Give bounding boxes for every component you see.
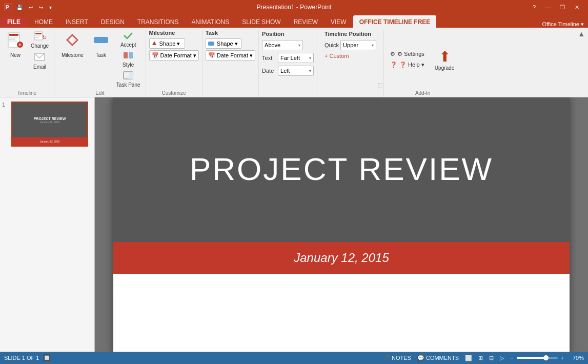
email-button[interactable]: Email (29, 51, 51, 71)
task-dateformat-dropdown[interactable]: 📅 Date Format ▾ (206, 50, 255, 60)
milestone-section-title: Milestone (149, 30, 175, 36)
custom-row: + Custom (325, 52, 349, 59)
new-button-label: New (10, 52, 21, 58)
slide-thumbnail[interactable]: PROJECT REVIEW January 12, 2015 January … (11, 102, 88, 147)
minimize-btn[interactable]: — (541, 0, 555, 14)
position-above-dropdown[interactable]: Above ▾ (262, 40, 303, 50)
milestone-dateformat-dropdown[interactable]: 📅 Date Format ▾ (149, 50, 199, 60)
ribbon-group-milestone-customize: Milestone Shape ▾ 📅 Date Format ▾ Custom… (146, 30, 202, 97)
accessibility-icon[interactable]: 🔲 (43, 354, 51, 361)
quick-save-btn[interactable]: 💾 (14, 4, 25, 11)
zoom-track[interactable] (517, 357, 558, 359)
email-button-label: Email (33, 64, 46, 70)
thumb-title: PROJECT REVIEW (34, 117, 66, 120)
tab-transitions[interactable]: TRANSITIONS (131, 16, 185, 28)
slide-top-area: PROJECT REVIEW (113, 97, 570, 242)
tab-design[interactable]: DESIGN (95, 16, 131, 28)
svg-text:↻: ↻ (42, 34, 46, 41)
milestone-shape-dropdown[interactable]: Shape ▾ (149, 38, 185, 49)
custom-button[interactable]: + Custom (325, 53, 349, 59)
more-qat-btn[interactable]: ▾ (47, 4, 54, 11)
milestone-button[interactable]: Milestone (57, 30, 88, 60)
edit-group-label: Edit (57, 89, 143, 97)
tab-office-timeline[interactable]: OFFICE TIMELINE FREE (353, 15, 437, 28)
slide-panel: 1 PROJECT REVIEW January 12, 2015 Januar… (0, 97, 95, 352)
title-bar-right: ? — ❐ ✕ (530, 0, 584, 14)
notes-button[interactable]: 🎵 NOTES (381, 355, 413, 361)
milestone-shape-label: Shape ▾ (152, 41, 180, 47)
zoom-out-btn[interactable]: − (509, 355, 515, 361)
svg-rect-17 (94, 37, 108, 43)
customize-label: Customize (149, 89, 199, 97)
accept-button[interactable]: Accept (114, 30, 143, 49)
quick-upper-dropdown[interactable]: Upper ▾ (340, 40, 376, 50)
view-reading-btn[interactable]: ⊟ (488, 355, 495, 361)
milestone-button-label: Milestone (62, 52, 84, 58)
slide-canvas[interactable]: PROJECT REVIEW January 12, 2015 (113, 97, 570, 352)
zoom-fill (517, 357, 545, 359)
status-bar: SLIDE 1 OF 1 🔲 🎵 NOTES 💬 COMMENTS ⬜ ⊞ ⊟ … (0, 352, 588, 364)
settings-icon: ⚙ (390, 51, 395, 57)
thumb-content: PROJECT REVIEW January 12, 2015 (34, 117, 66, 124)
redo-btn[interactable]: ↪ (37, 4, 45, 11)
slide-main-title: PROJECT REVIEW (190, 151, 493, 187)
style-button-label: Style (123, 62, 134, 68)
tab-home[interactable]: HOME (28, 16, 59, 28)
zoom-slider[interactable]: − + (509, 355, 565, 361)
help-btn[interactable]: ? (530, 3, 539, 11)
ribbon-group-position: Position Above ▾ Text Far Left ▾ Date Le… (259, 30, 317, 97)
position-date-row: Date Left ▾ (262, 65, 314, 76)
view-slide-btn[interactable]: ⊞ (477, 355, 484, 361)
tab-view[interactable]: VIEW (325, 16, 353, 28)
ribbon-group-timeline: + New ↻ Change (0, 30, 54, 97)
customize-collapse-btn[interactable]: ⬚ (378, 82, 382, 88)
task-pane-button[interactable]: Task Pane (114, 70, 143, 89)
context-tab-label[interactable]: Office Timeline ▾ (542, 21, 584, 28)
ribbon-group-edit: Milestone Task Accept (54, 30, 146, 97)
task-button[interactable]: Task (89, 30, 113, 60)
tab-slideshow[interactable]: SLIDE SHOW (236, 16, 287, 28)
svg-rect-3 (9, 34, 18, 36)
settings-button[interactable]: ⚙ ⚙ Settings (387, 50, 428, 58)
tab-file[interactable]: FILE (0, 16, 28, 28)
new-button[interactable]: + New (3, 30, 28, 60)
email-icon (34, 52, 46, 64)
position-text-dropdown[interactable]: Far Left ▾ (278, 53, 314, 63)
app-icon: P (4, 3, 12, 11)
position-date-dropdown[interactable]: Left ▾ (278, 66, 314, 76)
tab-insert[interactable]: INSERT (59, 16, 94, 28)
close-btn[interactable]: ✕ (570, 0, 584, 14)
tab-animations[interactable]: ANIMATIONS (185, 16, 235, 28)
slide-canvas-area[interactable]: PROJECT REVIEW January 12, 2015 (95, 97, 588, 352)
milestone-icon (64, 32, 80, 51)
style-button[interactable]: Style (114, 50, 143, 69)
help-button[interactable]: ❓ ❓ Help ▾ (387, 60, 428, 69)
new-icon: + (7, 32, 24, 51)
ribbon-tabs: FILE HOME INSERT DESIGN TRANSITIONS ANIM… (0, 14, 588, 28)
tab-review[interactable]: REVIEW (288, 16, 324, 28)
accept-icon (123, 31, 134, 42)
view-slideshow-btn[interactable]: ▷ (498, 355, 505, 361)
task-shape-dropdown[interactable]: Shape ▾ (206, 38, 241, 49)
view-normal-btn[interactable]: ⬜ (463, 355, 474, 361)
timeline-group-label: Timeline (3, 89, 51, 97)
zoom-percent[interactable]: 70% (569, 355, 584, 361)
change-button[interactable]: ↻ Change (29, 30, 51, 50)
zoom-in-btn[interactable]: + (559, 355, 565, 361)
quick-upper-row: Quick Upper ▾ (325, 39, 376, 51)
ribbon-group-timeline-position: Timeline Position Quick Upper ▾ + Custom… (317, 30, 384, 97)
svg-rect-21 (129, 72, 133, 79)
undo-btn[interactable]: ↩ (27, 4, 35, 11)
comments-button[interactable]: 💬 COMMENTS (416, 355, 460, 361)
upgrade-icon: ⬆ (439, 48, 451, 65)
restore-btn[interactable]: ❐ (555, 0, 570, 14)
thumb-subtitle: January 12, 2015 (34, 120, 66, 124)
upgrade-button[interactable]: ⬆ Upgrade (431, 46, 458, 73)
help-label: ❓ Help ▾ (399, 62, 424, 68)
task-button-label: Task (96, 52, 107, 58)
zoom-thumb[interactable] (543, 355, 549, 360)
addon-group-label: Add-In (387, 89, 458, 97)
task-pane-button-label: Task Pane (116, 82, 140, 88)
ribbon-collapse-button[interactable]: ▲ (578, 30, 585, 38)
position-section-title: Position (262, 31, 284, 37)
